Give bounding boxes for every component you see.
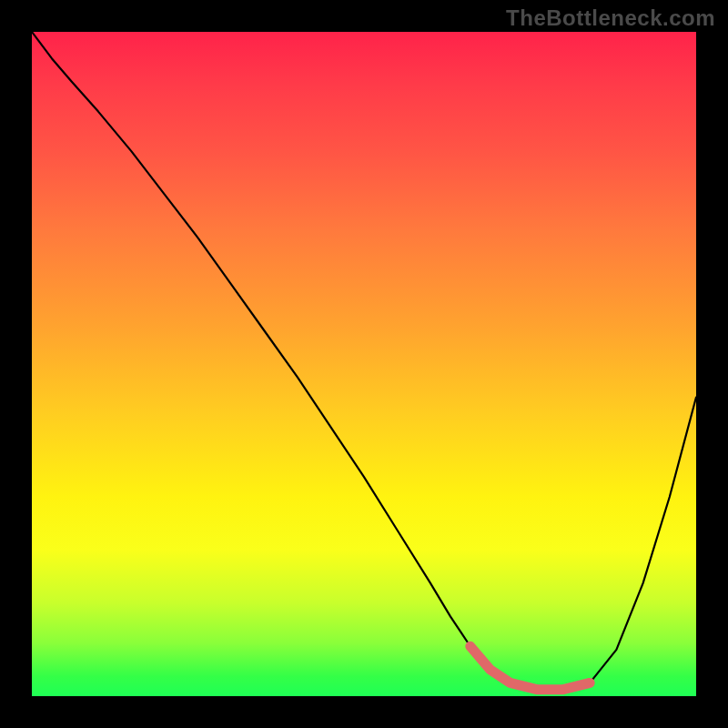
watermark-text: TheBottleneck.com — [506, 5, 715, 31]
chart-svg — [32, 32, 696, 696]
chart-plot-area — [32, 32, 696, 696]
minimum-highlight — [470, 646, 590, 689]
bottleneck-curve — [32, 32, 696, 690]
